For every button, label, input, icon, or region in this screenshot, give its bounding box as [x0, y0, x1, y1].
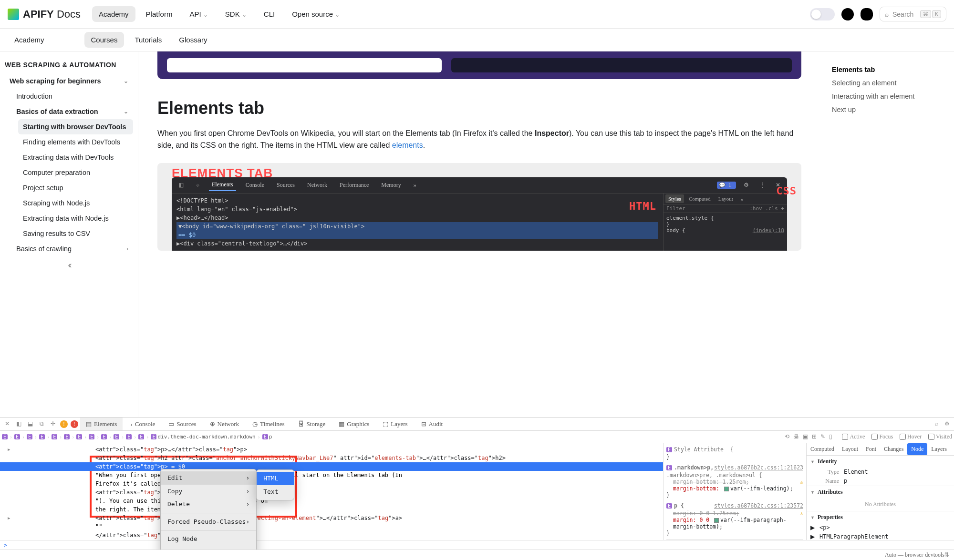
subnav-academy[interactable]: Academy [8, 32, 51, 48]
sidebar-header: WEB SCRAPING & AUTOMATION [5, 61, 133, 69]
dt-tab-memory: Memory [378, 180, 404, 191]
dt-tab-performance: Performance [337, 180, 372, 191]
search-input[interactable]: ⌕ Search ⌘ K [880, 7, 946, 21]
github-icon[interactable] [841, 8, 854, 20]
subnav-tutorials[interactable]: Tutorials [128, 32, 168, 48]
top-navbar: APIFY Docs Academy Platform API ⌄ SDK ⌄ … [0, 0, 954, 29]
theme-toggle[interactable] [810, 8, 835, 20]
navbar-items: Academy Platform API ⌄ SDK ⌄ CLI Open so… [92, 6, 810, 22]
intro-paragraph: When you first open Chrome DevTools on W… [157, 128, 801, 152]
chevron-down-icon: ⌄ [124, 108, 128, 115]
subnav: Academy Courses Tutorials Glossary [0, 29, 954, 51]
kbd-cmd: ⌘ [920, 10, 931, 18]
subnav-glossary[interactable]: Glossary [172, 32, 214, 48]
nav-api[interactable]: API ⌄ [183, 6, 214, 22]
sidebar-item-computer-prep[interactable]: Computer preparation [18, 165, 133, 180]
sidebar-item-project-setup[interactable]: Project setup [18, 180, 133, 195]
sidebar-item-saving-csv[interactable]: Saving results to CSV [18, 226, 133, 241]
sidebar-item-extracting-node[interactable]: Extracting data with Node.js [18, 211, 133, 226]
sidebar-item-beginners[interactable]: Web scraping for beginners⌄ [5, 73, 133, 89]
nav-opensource[interactable]: Open source ⌄ [285, 6, 346, 22]
sidebar-item-scraping-node[interactable]: Scraping with Node.js [18, 195, 133, 211]
discord-icon[interactable] [861, 8, 873, 20]
sidebar-item-finding[interactable]: Finding elements with DevTools [18, 134, 133, 150]
nav-platform[interactable]: Platform [139, 6, 179, 22]
dt-tab-elements: Elements [209, 179, 236, 191]
sidebar: WEB SCRAPING & AUTOMATION Web scraping f… [0, 51, 138, 417]
logo-mark-icon [8, 9, 19, 20]
toc-elements-tab[interactable]: Elements tab [828, 63, 946, 76]
dt-tab-console: Console [243, 180, 267, 191]
subnav-courses[interactable]: Courses [84, 32, 124, 48]
devtools-screenshot: ELEMENTS TAB ◧⟐ Elements Console Sources… [157, 163, 801, 251]
dt-tab-network: Network [304, 180, 330, 191]
chevron-right-icon: › [126, 245, 128, 252]
sidebar-item-extracting-devtools[interactable]: Extracting data with DevTools [18, 150, 133, 165]
nav-academy[interactable]: Academy [92, 6, 135, 22]
toc-next-up[interactable]: Next up [828, 103, 946, 116]
dt-tab-more: » [411, 180, 419, 191]
label-html: HTML [629, 198, 656, 214]
chevron-down-icon: ⌄ [203, 11, 208, 18]
nav-sdk[interactable]: SDK ⌄ [218, 6, 253, 22]
label-css: CSS [776, 185, 797, 197]
elements-link[interactable]: elements [392, 141, 423, 149]
sidebar-item-basics-extraction[interactable]: Basics of data extraction⌄ [11, 104, 133, 119]
logo[interactable]: APIFY Docs [8, 8, 81, 20]
main-content: Elements tab When you first open Chrome … [138, 51, 820, 417]
navbar-right: ⌕ Search ⌘ K [810, 7, 946, 21]
chevron-down-icon: ⌄ [335, 11, 340, 18]
logo-suffix: Docs [57, 8, 81, 20]
search-icon: ⌕ [885, 10, 889, 18]
inspector-strong: Inspector [535, 129, 569, 137]
hero-image-placeholder [157, 51, 801, 79]
page-body: WEB SCRAPING & AUTOMATION Web scraping f… [0, 51, 954, 417]
sidebar-item-basics-crawling[interactable]: Basics of crawling› [11, 241, 133, 256]
kbd-k: K [932, 10, 941, 18]
table-of-contents: Elements tab Selecting an element Intera… [820, 51, 954, 417]
sidebar-collapse-button[interactable]: ‹‹ [5, 260, 133, 270]
nav-cli[interactable]: CLI [257, 6, 281, 22]
chevron-down-icon: ⌄ [124, 78, 128, 84]
chevron-down-icon: ⌄ [242, 11, 247, 18]
sidebar-item-introduction[interactable]: Introduction [11, 89, 133, 104]
toc-interacting[interactable]: Interacting with an element [828, 90, 946, 103]
label-elements-tab: ELEMENTS TAB [172, 166, 273, 181]
dt-tab-sources: Sources [274, 180, 298, 191]
search-placeholder: Search [892, 10, 913, 18]
toc-selecting[interactable]: Selecting an element [828, 76, 946, 90]
sidebar-item-starting-devtools[interactable]: Starting with browser DevTools [18, 119, 133, 134]
logo-text: APIFY [23, 8, 54, 20]
page-title: Elements tab [157, 98, 801, 118]
